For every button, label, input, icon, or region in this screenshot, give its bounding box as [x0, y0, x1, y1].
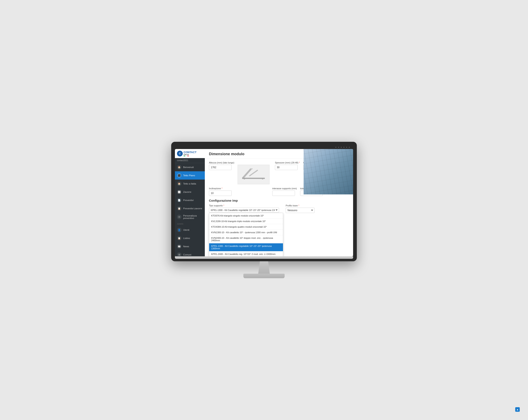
- interasse-label: interasse supporto (mm): [272, 187, 297, 190]
- svg-rect-0: [242, 178, 265, 179]
- logo-sub: ITALIA: [184, 154, 197, 155]
- tipo-supporto-select[interactable]: KPR1-1300 - Kit Cavalletto regolabile 10…: [209, 208, 279, 213]
- dropdown-option-kvn2400[interactable]: KVN2400-10 - Kit cavalletto 10° doppio m…: [209, 235, 283, 243]
- inclinazione-label: Inclinazione *: [209, 187, 232, 190]
- altezza-label: Altezza (mm) (lato lungo): [209, 161, 234, 164]
- zavorre-label: Zavorre: [183, 191, 192, 193]
- monitor-screen: C CONTACT ITALIA contact2021: [175, 149, 353, 256]
- logo-icon: C: [177, 151, 183, 156]
- interasse-group: interasse supporto (mm): [272, 187, 297, 196]
- preventivi-zavorre-icon: 📋: [177, 206, 181, 211]
- tipo-supporto-group: Tipo supporto * KPR1-1300 - Kit Cavallet…: [209, 204, 279, 213]
- preventivi-icon: 📄: [177, 198, 181, 202]
- profilo-trave-label: Profilo trave *: [286, 204, 314, 207]
- sidebar-item-tetto-piano[interactable]: ⬛ Tetto Piano: [175, 171, 205, 180]
- product-image-area: [304, 149, 353, 194]
- dropdown-option-kto4384[interactable]: KTO4384-10-Kit triangolo quattro moduli …: [209, 224, 283, 230]
- spessore-label: Spessore (mm) (28-48) *: [275, 161, 300, 164]
- tetto-falda-icon: 🏠: [177, 181, 181, 186]
- altezza-group: Altezza (mm) (lato lungo): [209, 161, 234, 170]
- dropdown-option-kpr1-2400[interactable]: KPR1-2400 - Kit Cavalletto reg. 10°/15° …: [209, 251, 283, 256]
- svg-rect-6: [262, 178, 263, 179]
- monitor-dot-1: [335, 147, 336, 148]
- profilo-trave-group: Profilo trave * Nessuno: [286, 204, 314, 213]
- screen-content: C CONTACT ITALIA contact2021: [175, 149, 353, 256]
- inclinazione-input[interactable]: [209, 190, 232, 196]
- monitor-dots: [175, 146, 353, 149]
- dropdown-option-kpr1-1300[interactable]: KPR1-1300 - Kit Cavalletto regolabile 10…: [209, 243, 283, 251]
- monitor-outer: C CONTACT ITALIA contact2021: [171, 142, 357, 261]
- sidebar-nav: 🏠 Benvenuti ⬛ Tetto Piano 🏠 Tetto a fald…: [175, 163, 205, 256]
- tetto-piano-icon: ⬛: [177, 173, 181, 178]
- sidebar-item-listino[interactable]: 📋 Listino: [175, 234, 205, 242]
- tetto-falda-label: Tetto a falda: [183, 183, 196, 185]
- tipo-supporto-label: Tipo supporto *: [209, 204, 279, 207]
- monitor-dot-4: [343, 147, 344, 148]
- benvenuti-label: Benvenuti: [183, 166, 194, 168]
- monitor-stand-base: [243, 274, 285, 278]
- preventivi-zavorre-label: Preventivi zavorre: [183, 207, 202, 210]
- personalizza-label: Personalizza preventivo: [183, 214, 203, 219]
- form-row-3: Tipo supporto * KPR1-1300 - Kit Cavallet…: [209, 204, 349, 213]
- tipo-supporto-dropdown[interactable]: KTO076-Kit triangolo singolo modulo oriz…: [209, 213, 283, 256]
- monitor-dot-3: [341, 147, 342, 148]
- comuni-label: Comuni: [183, 253, 192, 256]
- flag-red: [187, 156, 189, 156]
- sidebar-item-comuni[interactable]: 🏛 Comuni: [175, 251, 205, 256]
- sidebar-account: contact2021: [175, 158, 205, 163]
- sidebar-item-utenti[interactable]: 👤 Utenti: [175, 226, 205, 234]
- sidebar: C CONTACT ITALIA contact2021: [175, 149, 205, 256]
- monitor-dot-6: [349, 147, 350, 148]
- svg-marker-1: [242, 168, 252, 178]
- svg-rect-4: [244, 178, 245, 179]
- flag-white: [185, 156, 187, 156]
- svg-marker-2: [250, 168, 253, 169]
- sidebar-item-benvenuti[interactable]: 🏠 Benvenuti: [175, 163, 205, 171]
- dropdown-option-kvn1300[interactable]: KVN1300-10 - Kit cavalletto 10° - ipoten…: [209, 230, 283, 235]
- preventivi-label: Preventivi: [183, 199, 194, 201]
- logo-flag: [184, 156, 197, 156]
- inclinazione-group: Inclinazione *: [209, 187, 232, 196]
- monitor-bottom: [175, 256, 353, 259]
- sidebar-item-news[interactable]: 📰 News: [175, 242, 205, 251]
- profilo-trave-select[interactable]: Nessuno: [286, 208, 314, 213]
- config-section-title: Configurazione imp: [209, 199, 349, 202]
- sidebar-item-zavorre[interactable]: ⬜ Zavorre: [175, 188, 205, 196]
- benvenuti-icon: 🏠: [177, 165, 181, 169]
- sidebar-item-tetto-falda[interactable]: 🏠 Tetto a falda: [175, 180, 205, 188]
- bracket-svg: [240, 166, 267, 183]
- dropdown-option-kvl3190[interactable]: KVL3190-10-Kit triangolo triplo modulo o…: [209, 219, 283, 224]
- admin-section-label: ADMIN: [175, 221, 205, 226]
- interasse-input[interactable]: [272, 190, 295, 196]
- tipo-supporto-wrapper: KPR1-1300 - Kit Cavalletto regolabile 10…: [209, 208, 279, 213]
- listino-icon: 📋: [177, 236, 181, 240]
- flag-green: [184, 156, 185, 156]
- sidebar-item-preventivi-zavorre[interactable]: 📋 Preventivi zavorre: [175, 204, 205, 213]
- spessore-group: Spessore (mm) (28-48) *: [275, 161, 300, 170]
- altezza-input[interactable]: [209, 165, 232, 170]
- monitor-dot-5: [346, 147, 347, 148]
- sidebar-item-preventivi[interactable]: 📄 Preventivi: [175, 196, 205, 204]
- dropdown-option-kto076[interactable]: KTO076-Kit triangolo singolo modulo oriz…: [209, 213, 283, 219]
- logo-text: CONTACT: [184, 151, 197, 154]
- sidebar-logo: C CONTACT ITALIA: [175, 149, 205, 158]
- bracket-image-area: [238, 165, 270, 184]
- monitor-stand-neck: [256, 261, 272, 274]
- zavorre-icon: ⬜: [177, 190, 181, 194]
- news-icon: 📰: [177, 244, 181, 249]
- monitor-wrapper: C CONTACT ITALIA contact2021: [171, 142, 357, 278]
- sidebar-item-personalizza[interactable]: ⚙ Personalizza preventivo: [175, 213, 205, 221]
- monitor-dot-2: [338, 147, 339, 148]
- utenti-label: Utenti: [183, 229, 189, 231]
- listino-label: Listino: [183, 237, 190, 239]
- solar-panel-image: [304, 149, 353, 194]
- spessore-input[interactable]: [275, 165, 298, 170]
- utenti-icon: 👤: [177, 228, 181, 232]
- news-label: News: [183, 245, 189, 248]
- personalizza-icon: ⚙: [177, 215, 181, 219]
- tetto-piano-label: Tetto Piano: [183, 174, 195, 177]
- main-content: Dimensione modulo Altezza (mm) (lato lun…: [205, 149, 353, 256]
- comuni-icon: 🏛: [177, 252, 181, 256]
